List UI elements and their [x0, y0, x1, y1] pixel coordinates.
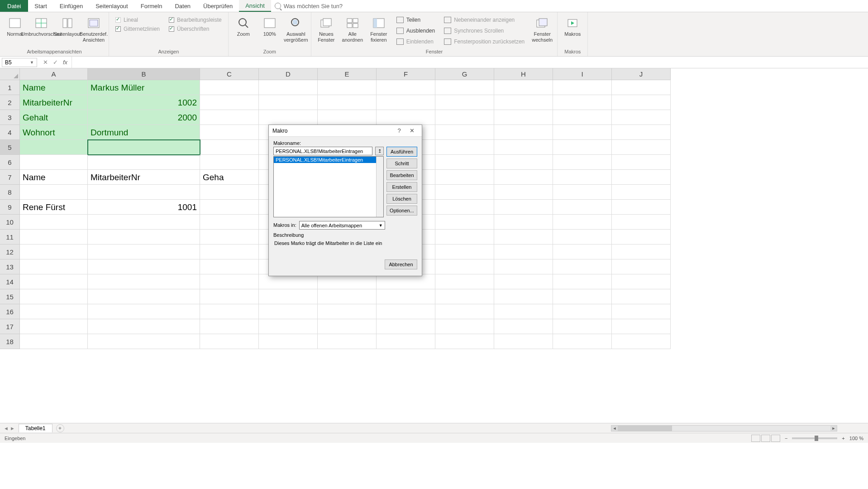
- freeze-panes-button[interactable]: Fenster fixieren: [367, 15, 391, 44]
- cell-C15[interactable]: [200, 289, 259, 304]
- cell-C17[interactable]: [200, 319, 259, 334]
- cell-B2[interactable]: 1002: [88, 95, 200, 110]
- cell-A13[interactable]: [20, 259, 88, 274]
- cell-H6[interactable]: [494, 155, 553, 170]
- accept-entry-button[interactable]: ✓: [52, 59, 59, 66]
- cell-J15[interactable]: [612, 289, 671, 304]
- row-header-15[interactable]: 15: [0, 289, 20, 304]
- cell-H8[interactable]: [494, 185, 553, 200]
- new-window-button[interactable]: Neues Fenster: [314, 15, 339, 44]
- select-all-corner[interactable]: [0, 68, 20, 80]
- row-header-16[interactable]: 16: [0, 304, 20, 319]
- cell-D1[interactable]: [259, 80, 318, 95]
- zoom-100-button[interactable]: 100%: [258, 15, 282, 38]
- cell-A2[interactable]: MitarbeiterNr: [20, 95, 88, 110]
- cell-A10[interactable]: [20, 215, 88, 230]
- file-tab[interactable]: Datei: [0, 0, 28, 12]
- cell-C13[interactable]: [200, 259, 259, 274]
- list-scrollbar[interactable]: [376, 157, 383, 217]
- cell-B7[interactable]: MitarbeiterNr: [88, 170, 200, 185]
- cell-G5[interactable]: [435, 140, 494, 155]
- cell-I16[interactable]: [553, 304, 612, 319]
- macro-list-item[interactable]: PERSONAL.XLSB!MitarbeiterEintragen: [274, 157, 383, 163]
- cell-H15[interactable]: [494, 289, 553, 304]
- macros-in-select[interactable]: Alle offenen Arbeitsmappen▼: [299, 221, 385, 230]
- cell-J16[interactable]: [612, 304, 671, 319]
- cell-I12[interactable]: [553, 244, 612, 259]
- cell-H4[interactable]: [494, 125, 553, 140]
- cell-H10[interactable]: [494, 215, 553, 230]
- cell-I4[interactable]: [553, 125, 612, 140]
- cell-B12[interactable]: [88, 244, 200, 259]
- cell-J8[interactable]: [612, 185, 671, 200]
- col-header-J[interactable]: J: [612, 68, 671, 80]
- cell-G17[interactable]: [435, 319, 494, 334]
- cell-C11[interactable]: [200, 230, 259, 244]
- cell-J17[interactable]: [612, 319, 671, 334]
- check-gridlines[interactable]: Gitternetzlinien: [115, 26, 160, 32]
- cell-J10[interactable]: [612, 215, 671, 230]
- cell-E14[interactable]: [318, 274, 377, 289]
- cell-B18[interactable]: [88, 334, 200, 349]
- cell-E17[interactable]: [318, 319, 377, 334]
- cell-D17[interactable]: [259, 319, 318, 334]
- cell-B1[interactable]: Markus Müller: [88, 80, 200, 95]
- cell-I10[interactable]: [553, 215, 612, 230]
- cell-A1[interactable]: Name: [20, 80, 88, 95]
- cell-D18[interactable]: [259, 334, 318, 349]
- split-button[interactable]: Teilen: [396, 16, 435, 24]
- macros-button[interactable]: Makros: [560, 15, 585, 38]
- cell-J5[interactable]: [612, 140, 671, 155]
- cell-G15[interactable]: [435, 289, 494, 304]
- cell-D16[interactable]: [259, 304, 318, 319]
- row-header-9[interactable]: 9: [0, 200, 20, 215]
- cell-C14[interactable]: [200, 274, 259, 289]
- macro-listbox[interactable]: PERSONAL.XLSB!MitarbeiterEintragen: [273, 156, 384, 217]
- cell-I7[interactable]: [553, 170, 612, 185]
- cell-E3[interactable]: [318, 110, 377, 125]
- cell-B13[interactable]: [88, 259, 200, 274]
- cell-G10[interactable]: [435, 215, 494, 230]
- add-sheet-button[interactable]: +: [56, 424, 64, 432]
- cell-F15[interactable]: [377, 289, 435, 304]
- cell-A4[interactable]: Wohnort: [20, 125, 88, 140]
- cell-F1[interactable]: [377, 80, 435, 95]
- cell-H12[interactable]: [494, 244, 553, 259]
- cell-A11[interactable]: [20, 230, 88, 244]
- tab-seitenlayout[interactable]: Seitenlayout: [89, 0, 134, 12]
- cell-G16[interactable]: [435, 304, 494, 319]
- cell-H3[interactable]: [494, 110, 553, 125]
- cell-A7[interactable]: Name: [20, 170, 88, 185]
- cell-I11[interactable]: [553, 230, 612, 244]
- check-headings[interactable]: Überschriften: [169, 26, 222, 32]
- row-header-12[interactable]: 12: [0, 244, 20, 259]
- row-header-2[interactable]: 2: [0, 95, 20, 110]
- cancel-button[interactable]: Abbrechen: [385, 259, 417, 269]
- row-header-10[interactable]: 10: [0, 215, 20, 230]
- cell-B6[interactable]: [88, 155, 200, 170]
- hide-button[interactable]: Ausblenden: [396, 27, 435, 35]
- row-header-5[interactable]: 5: [0, 140, 20, 155]
- cell-J12[interactable]: [612, 244, 671, 259]
- cell-J11[interactable]: [612, 230, 671, 244]
- arrange-all-button[interactable]: Alle anordnen: [340, 15, 365, 44]
- switch-windows-button[interactable]: Fenster wechseln: [530, 15, 554, 44]
- cell-J1[interactable]: [612, 80, 671, 95]
- cell-J2[interactable]: [612, 95, 671, 110]
- cancel-entry-button[interactable]: ✕: [42, 59, 49, 66]
- tab-ueberpruefen[interactable]: Überprüfen: [197, 0, 239, 12]
- row-header-3[interactable]: 3: [0, 110, 20, 125]
- row-header-1[interactable]: 1: [0, 80, 20, 95]
- cell-G11[interactable]: [435, 230, 494, 244]
- cell-A8[interactable]: [20, 185, 88, 200]
- row-header-6[interactable]: 6: [0, 155, 20, 170]
- tab-start[interactable]: Start: [28, 0, 53, 12]
- zoom-slider[interactable]: [792, 437, 837, 439]
- cell-H17[interactable]: [494, 319, 553, 334]
- cell-D2[interactable]: [259, 95, 318, 110]
- cell-B9[interactable]: 1001: [88, 200, 200, 215]
- cell-H14[interactable]: [494, 274, 553, 289]
- col-header-H[interactable]: H: [494, 68, 553, 80]
- cell-I13[interactable]: [553, 259, 612, 274]
- col-header-B[interactable]: B: [88, 68, 200, 80]
